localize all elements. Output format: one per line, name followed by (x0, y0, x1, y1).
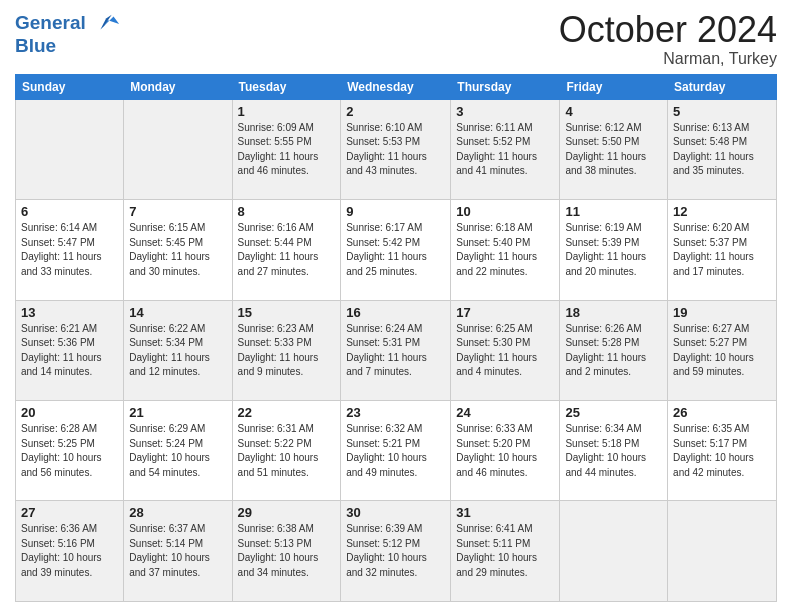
day-number: 17 (456, 305, 554, 320)
day-info: Sunrise: 6:39 AM Sunset: 5:12 PM Dayligh… (346, 522, 445, 580)
day-number: 4 (565, 104, 662, 119)
calendar-cell: 23Sunrise: 6:32 AM Sunset: 5:21 PM Dayli… (341, 401, 451, 501)
calendar-cell: 19Sunrise: 6:27 AM Sunset: 5:27 PM Dayli… (668, 300, 777, 400)
calendar-cell (16, 99, 124, 199)
calendar-cell: 25Sunrise: 6:34 AM Sunset: 5:18 PM Dayli… (560, 401, 668, 501)
page: General Blue October 2024 Narman, Turkey… (0, 0, 792, 612)
calendar-cell: 11Sunrise: 6:19 AM Sunset: 5:39 PM Dayli… (560, 200, 668, 300)
calendar-cell: 3Sunrise: 6:11 AM Sunset: 5:52 PM Daylig… (451, 99, 560, 199)
day-number: 11 (565, 204, 662, 219)
day-info: Sunrise: 6:37 AM Sunset: 5:14 PM Dayligh… (129, 522, 226, 580)
day-info: Sunrise: 6:34 AM Sunset: 5:18 PM Dayligh… (565, 422, 662, 480)
calendar-cell: 6Sunrise: 6:14 AM Sunset: 5:47 PM Daylig… (16, 200, 124, 300)
calendar-cell: 30Sunrise: 6:39 AM Sunset: 5:12 PM Dayli… (341, 501, 451, 602)
day-number: 27 (21, 505, 118, 520)
header-wednesday: Wednesday (341, 74, 451, 99)
header-thursday: Thursday (451, 74, 560, 99)
day-number: 13 (21, 305, 118, 320)
calendar-cell: 5Sunrise: 6:13 AM Sunset: 5:48 PM Daylig… (668, 99, 777, 199)
day-info: Sunrise: 6:32 AM Sunset: 5:21 PM Dayligh… (346, 422, 445, 480)
calendar-cell: 14Sunrise: 6:22 AM Sunset: 5:34 PM Dayli… (124, 300, 232, 400)
logo-blue: Blue (15, 36, 121, 55)
day-info: Sunrise: 6:16 AM Sunset: 5:44 PM Dayligh… (238, 221, 336, 279)
calendar-cell: 29Sunrise: 6:38 AM Sunset: 5:13 PM Dayli… (232, 501, 341, 602)
calendar-cell (124, 99, 232, 199)
day-info: Sunrise: 6:25 AM Sunset: 5:30 PM Dayligh… (456, 322, 554, 380)
header-sunday: Sunday (16, 74, 124, 99)
calendar-cell: 8Sunrise: 6:16 AM Sunset: 5:44 PM Daylig… (232, 200, 341, 300)
day-number: 7 (129, 204, 226, 219)
day-info: Sunrise: 6:27 AM Sunset: 5:27 PM Dayligh… (673, 322, 771, 380)
day-number: 29 (238, 505, 336, 520)
calendar-week-row: 20Sunrise: 6:28 AM Sunset: 5:25 PM Dayli… (16, 401, 777, 501)
day-info: Sunrise: 6:12 AM Sunset: 5:50 PM Dayligh… (565, 121, 662, 179)
calendar-cell: 1Sunrise: 6:09 AM Sunset: 5:55 PM Daylig… (232, 99, 341, 199)
header-saturday: Saturday (668, 74, 777, 99)
calendar-cell (668, 501, 777, 602)
day-info: Sunrise: 6:09 AM Sunset: 5:55 PM Dayligh… (238, 121, 336, 179)
day-info: Sunrise: 6:18 AM Sunset: 5:40 PM Dayligh… (456, 221, 554, 279)
calendar-cell: 13Sunrise: 6:21 AM Sunset: 5:36 PM Dayli… (16, 300, 124, 400)
calendar-cell (560, 501, 668, 602)
day-info: Sunrise: 6:29 AM Sunset: 5:24 PM Dayligh… (129, 422, 226, 480)
day-info: Sunrise: 6:14 AM Sunset: 5:47 PM Dayligh… (21, 221, 118, 279)
day-info: Sunrise: 6:33 AM Sunset: 5:20 PM Dayligh… (456, 422, 554, 480)
day-number: 18 (565, 305, 662, 320)
day-number: 19 (673, 305, 771, 320)
calendar-cell: 27Sunrise: 6:36 AM Sunset: 5:16 PM Dayli… (16, 501, 124, 602)
calendar-week-row: 1Sunrise: 6:09 AM Sunset: 5:55 PM Daylig… (16, 99, 777, 199)
day-info: Sunrise: 6:10 AM Sunset: 5:53 PM Dayligh… (346, 121, 445, 179)
calendar-cell: 21Sunrise: 6:29 AM Sunset: 5:24 PM Dayli… (124, 401, 232, 501)
day-number: 25 (565, 405, 662, 420)
day-info: Sunrise: 6:21 AM Sunset: 5:36 PM Dayligh… (21, 322, 118, 380)
calendar-cell: 31Sunrise: 6:41 AM Sunset: 5:11 PM Dayli… (451, 501, 560, 602)
calendar-table: Sunday Monday Tuesday Wednesday Thursday… (15, 74, 777, 602)
calendar-cell: 12Sunrise: 6:20 AM Sunset: 5:37 PM Dayli… (668, 200, 777, 300)
calendar-week-row: 27Sunrise: 6:36 AM Sunset: 5:16 PM Dayli… (16, 501, 777, 602)
svg-marker-0 (101, 17, 120, 30)
calendar-cell: 24Sunrise: 6:33 AM Sunset: 5:20 PM Dayli… (451, 401, 560, 501)
day-info: Sunrise: 6:23 AM Sunset: 5:33 PM Dayligh… (238, 322, 336, 380)
calendar-cell: 9Sunrise: 6:17 AM Sunset: 5:42 PM Daylig… (341, 200, 451, 300)
calendar-cell: 17Sunrise: 6:25 AM Sunset: 5:30 PM Dayli… (451, 300, 560, 400)
calendar-cell: 26Sunrise: 6:35 AM Sunset: 5:17 PM Dayli… (668, 401, 777, 501)
calendar-cell: 10Sunrise: 6:18 AM Sunset: 5:40 PM Dayli… (451, 200, 560, 300)
month-title: October 2024 (559, 10, 777, 50)
header-monday: Monday (124, 74, 232, 99)
calendar-cell: 20Sunrise: 6:28 AM Sunset: 5:25 PM Dayli… (16, 401, 124, 501)
day-info: Sunrise: 6:36 AM Sunset: 5:16 PM Dayligh… (21, 522, 118, 580)
calendar-cell: 22Sunrise: 6:31 AM Sunset: 5:22 PM Dayli… (232, 401, 341, 501)
day-info: Sunrise: 6:24 AM Sunset: 5:31 PM Dayligh… (346, 322, 445, 380)
day-number: 1 (238, 104, 336, 119)
calendar-cell: 16Sunrise: 6:24 AM Sunset: 5:31 PM Dayli… (341, 300, 451, 400)
logo-text: General (15, 10, 121, 38)
location-title: Narman, Turkey (559, 50, 777, 68)
day-number: 16 (346, 305, 445, 320)
calendar-cell: 28Sunrise: 6:37 AM Sunset: 5:14 PM Dayli… (124, 501, 232, 602)
day-info: Sunrise: 6:35 AM Sunset: 5:17 PM Dayligh… (673, 422, 771, 480)
day-number: 24 (456, 405, 554, 420)
day-info: Sunrise: 6:17 AM Sunset: 5:42 PM Dayligh… (346, 221, 445, 279)
day-info: Sunrise: 6:13 AM Sunset: 5:48 PM Dayligh… (673, 121, 771, 179)
calendar-cell: 7Sunrise: 6:15 AM Sunset: 5:45 PM Daylig… (124, 200, 232, 300)
day-number: 20 (21, 405, 118, 420)
day-info: Sunrise: 6:11 AM Sunset: 5:52 PM Dayligh… (456, 121, 554, 179)
day-info: Sunrise: 6:31 AM Sunset: 5:22 PM Dayligh… (238, 422, 336, 480)
day-number: 21 (129, 405, 226, 420)
day-number: 26 (673, 405, 771, 420)
day-info: Sunrise: 6:19 AM Sunset: 5:39 PM Dayligh… (565, 221, 662, 279)
calendar-week-row: 6Sunrise: 6:14 AM Sunset: 5:47 PM Daylig… (16, 200, 777, 300)
day-number: 8 (238, 204, 336, 219)
day-number: 3 (456, 104, 554, 119)
weekday-header-row: Sunday Monday Tuesday Wednesday Thursday… (16, 74, 777, 99)
day-info: Sunrise: 6:38 AM Sunset: 5:13 PM Dayligh… (238, 522, 336, 580)
day-number: 31 (456, 505, 554, 520)
logo-general: General (15, 12, 86, 33)
calendar-cell: 4Sunrise: 6:12 AM Sunset: 5:50 PM Daylig… (560, 99, 668, 199)
day-number: 14 (129, 305, 226, 320)
calendar-week-row: 13Sunrise: 6:21 AM Sunset: 5:36 PM Dayli… (16, 300, 777, 400)
header-friday: Friday (560, 74, 668, 99)
day-info: Sunrise: 6:26 AM Sunset: 5:28 PM Dayligh… (565, 322, 662, 380)
calendar-cell: 2Sunrise: 6:10 AM Sunset: 5:53 PM Daylig… (341, 99, 451, 199)
calendar-cell: 18Sunrise: 6:26 AM Sunset: 5:28 PM Dayli… (560, 300, 668, 400)
